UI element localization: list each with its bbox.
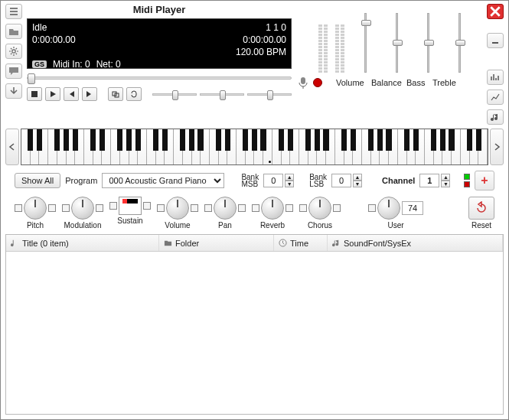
playlist-body[interactable] (6, 252, 503, 414)
keyboard-scroll-left[interactable] (5, 129, 19, 165)
bank-msb-label: Bank MSB (241, 174, 259, 187)
close-button[interactable] (487, 4, 504, 19)
pan-toggle[interactable] (204, 204, 212, 212)
lcd-time-right: 0:00:00.00 (243, 34, 286, 45)
pitch-label: Pitch (27, 221, 44, 230)
bank-lsb-spinner[interactable]: ▲▼ (331, 174, 362, 187)
reverb-label: Reverb (260, 221, 285, 230)
app-title: Midi Player (27, 4, 292, 15)
sus-toggle-r[interactable] (143, 202, 151, 210)
add-channel-button[interactable]: + (475, 171, 494, 190)
chorus-knob[interactable] (308, 197, 331, 220)
mic-icon[interactable] (296, 76, 310, 90)
lcd-bpm: 120.00 BPM (236, 47, 286, 57)
volume-slider[interactable] (364, 13, 367, 73)
key-slider[interactable] (200, 87, 244, 101)
channel-spinner[interactable]: ▲▼ (419, 174, 450, 187)
treble-slider[interactable] (458, 13, 461, 73)
user-toggle[interactable] (368, 204, 376, 212)
repeat-button[interactable] (126, 87, 142, 101)
user-knob[interactable] (377, 197, 400, 220)
minimize-button[interactable] (487, 33, 504, 48)
led-green (464, 174, 470, 180)
col-title[interactable]: Title (0 item) (6, 235, 159, 251)
program-row: Show All Program 000 Acoustic Grand Pian… (5, 169, 504, 192)
mixer-view-button[interactable] (487, 70, 504, 85)
bank-lsb-label: Bank LSB (309, 174, 327, 187)
col-soundfont[interactable]: SoundFont/SysEx (328, 235, 503, 251)
lcd-midi-in: Midi In: 0 (53, 59, 90, 70)
rev-toggle[interactable] (252, 204, 259, 212)
col-time[interactable]: Time (274, 235, 328, 251)
pitch-toggle[interactable] (15, 204, 22, 212)
lcd-display: Idle1 1 0 0:00:00.000:00:00.00 120.00 BP… (27, 18, 292, 69)
user-label: User (387, 221, 403, 230)
play-button[interactable] (45, 87, 60, 101)
chorus-label: Chorus (308, 221, 332, 230)
playlist-table: Title (0 item) Folder Time SoundFont/Sys… (5, 234, 504, 415)
pitch-knob[interactable] (24, 197, 47, 220)
sus-toggle[interactable] (109, 202, 117, 210)
mod-toggle-r[interactable] (96, 204, 103, 212)
speed-slider[interactable] (247, 87, 292, 101)
vu-meter-right (335, 24, 344, 73)
cho-toggle-r[interactable] (333, 204, 341, 212)
treble-label: Treble (432, 78, 456, 87)
position-slider[interactable] (27, 72, 292, 84)
cho-toggle[interactable] (299, 204, 307, 212)
comment-button[interactable] (5, 63, 22, 79)
bass-label: Bass (406, 78, 429, 87)
sustain-box[interactable] (119, 197, 142, 215)
bass-slider[interactable] (427, 13, 429, 73)
transport-bar (27, 87, 292, 101)
modulation-knob[interactable] (71, 197, 94, 220)
show-all-button[interactable]: Show All (15, 173, 60, 188)
pitch-toggle-r[interactable] (48, 204, 56, 212)
col-folder[interactable]: Folder (159, 235, 274, 251)
knob-row: Pitch Modulation Sustain Volume Pan Reve… (5, 195, 504, 231)
vol-toggle[interactable] (157, 204, 165, 212)
keyboard-scroll-right[interactable] (490, 129, 504, 165)
settings-button[interactable] (5, 44, 22, 59)
menu-button[interactable] (5, 4, 22, 19)
balance-label: Balance (371, 78, 403, 87)
svg-rect-1 (31, 91, 38, 97)
program-label: Program (65, 176, 97, 185)
reset-label: Reset (471, 221, 491, 230)
record-button[interactable] (313, 78, 322, 87)
vu-meter-left (318, 24, 328, 73)
tempo-slider[interactable] (152, 87, 197, 101)
pan-toggle-r[interactable] (238, 204, 246, 212)
loop-button[interactable] (108, 87, 123, 101)
volume-knob-label: Volume (165, 221, 190, 230)
svg-point-0 (12, 50, 15, 53)
balance-slider[interactable] (396, 13, 398, 73)
next-button[interactable] (82, 87, 97, 101)
piano-keyboard[interactable] (21, 129, 488, 165)
mixer: Volume Balance Bass Treble (296, 4, 482, 90)
rev-toggle-r[interactable] (285, 204, 293, 212)
left-toolbar (5, 4, 22, 99)
lcd-time-left: 0:00:00.00 (32, 34, 76, 45)
graph-view-button[interactable] (487, 90, 504, 105)
down-button[interactable] (5, 83, 22, 99)
modulation-label: Modulation (64, 221, 102, 230)
vol-toggle-r[interactable] (191, 204, 198, 212)
svg-rect-4 (301, 77, 305, 84)
bank-msb-spinner[interactable]: ▲▼ (263, 174, 294, 187)
user-value[interactable] (402, 201, 423, 215)
open-button[interactable] (5, 24, 22, 39)
reverb-knob[interactable] (261, 197, 284, 220)
reset-button[interactable] (468, 197, 494, 220)
program-select[interactable]: 000 Acoustic Grand Piano (102, 173, 224, 188)
volume-label: Volume (336, 78, 368, 87)
pan-knob[interactable] (214, 197, 237, 220)
mod-toggle[interactable] (62, 204, 70, 212)
music-view-button[interactable] (487, 109, 504, 125)
volume-knob[interactable] (166, 197, 189, 220)
gs-badge: GS (32, 60, 47, 68)
lcd-net: Net: 0 (96, 59, 121, 70)
prev-button[interactable] (64, 87, 79, 101)
stop-button[interactable] (27, 87, 42, 101)
pan-label: Pan (218, 221, 232, 230)
